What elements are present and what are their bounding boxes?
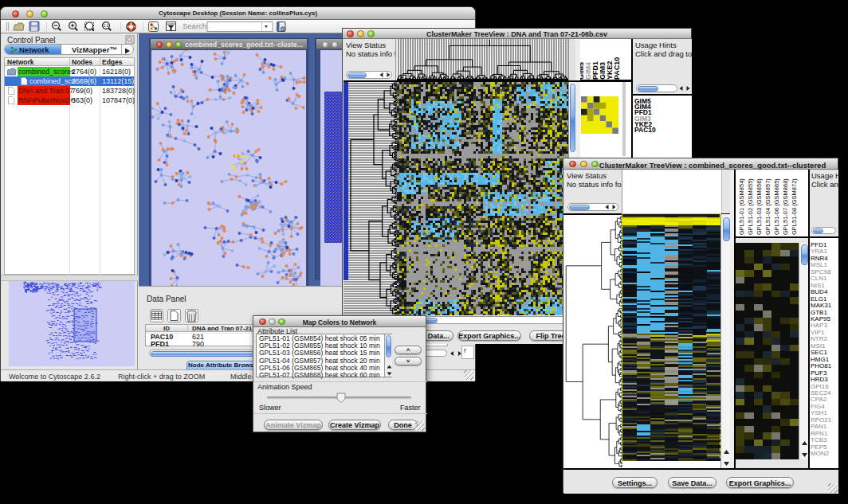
svg-text:Search:: Search: — [183, 21, 209, 30]
svg-text:PAC10: PAC10 — [613, 57, 621, 80]
svg-text:1:1: 1:1 — [104, 24, 109, 28]
svg-text:GPL51-01 (GSM854): GPL51-01 (GSM854) — [738, 178, 745, 235]
svg-text:GPL51-04 (GSM857): GPL51-04 (GSM857) — [764, 178, 771, 235]
svg-text:GPL51-02 (GSM855): GPL51-02 (GSM855) — [747, 178, 754, 235]
svg-text:GPL51-08 (GSM872): GPL51-08 (GSM872) — [791, 178, 798, 235]
svg-text:GPL51-07 (GSM868): GPL51-07 (GSM868) — [782, 178, 789, 235]
svg-text:GPL51-03 (GSM856): GPL51-03 (GSM856) — [756, 178, 763, 235]
svg-text:GPL51-06 (GSM865): GPL51-06 (GSM865) — [773, 178, 780, 235]
